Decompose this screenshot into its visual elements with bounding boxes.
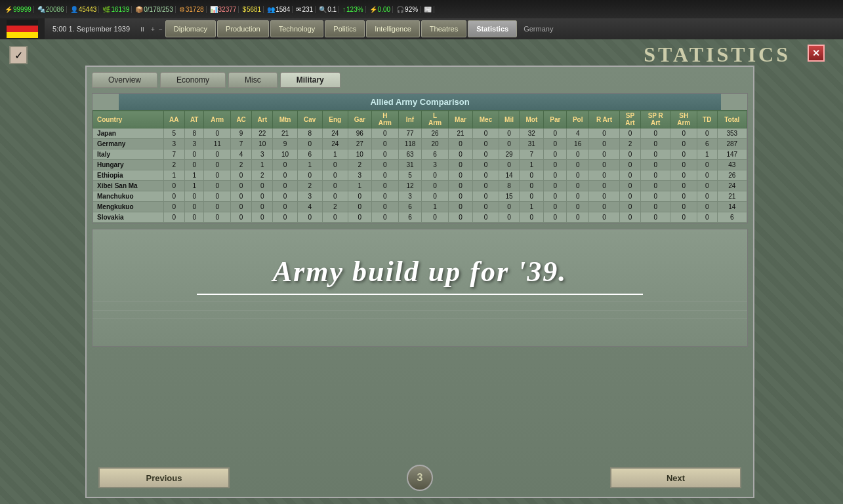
tab-overview[interactable]: Overview xyxy=(92,72,157,88)
cell-mar: 0 xyxy=(448,181,472,191)
previous-button[interactable]: Previous xyxy=(98,467,230,488)
cell-inf: 31 xyxy=(398,160,422,170)
cell-cav: 3 xyxy=(297,191,322,202)
table-header-row: Country AA AT Arm AC Art Mtn Cav Eng Gar… xyxy=(93,111,747,128)
cell-art: 1 xyxy=(252,160,273,170)
cell-sh_arm: 0 xyxy=(670,202,697,212)
ic2-icon: 📊 xyxy=(210,6,218,13)
col-rart: R Art xyxy=(589,111,620,128)
cell-aa: 1 xyxy=(163,170,184,181)
tab-intelligence[interactable]: Intelligence xyxy=(366,20,420,37)
cell-art: 0 xyxy=(252,202,273,212)
cell-sp_r_art: 0 xyxy=(641,202,670,212)
army-text-underline xyxy=(197,294,643,295)
cell-mtn: 0 xyxy=(273,202,297,212)
cell-td: 0 xyxy=(697,128,717,139)
page-indicator: 3 xyxy=(407,465,433,491)
checkbox-area[interactable]: ✓ xyxy=(9,46,28,64)
tab-statistics-label: Statistics xyxy=(476,25,508,33)
cell-mec: 0 xyxy=(473,202,499,212)
energy-icon: ⚡ xyxy=(5,6,12,13)
table-row: Xibei San Ma01000020101200080000000024 xyxy=(93,181,747,191)
tab-diplomacy[interactable]: Diplomacy xyxy=(165,20,216,37)
resource-supply: 👤 45443 xyxy=(68,6,100,13)
cell-ac: 4 xyxy=(230,149,251,160)
tab-production[interactable]: Production xyxy=(217,20,269,37)
cell-l_arm: 0 xyxy=(422,191,449,202)
cell-ac: 0 xyxy=(230,181,251,191)
cell-art: 0 xyxy=(252,191,273,202)
cell-at: 3 xyxy=(184,139,203,149)
resource-news[interactable]: 📰 xyxy=(422,6,434,13)
cell-mtn: 0 xyxy=(273,160,297,170)
cell-country: Slovakia xyxy=(93,212,164,223)
resource-money: $ 5681 xyxy=(240,6,264,13)
close-button[interactable]: ✕ xyxy=(808,45,825,62)
col-eng: Eng xyxy=(322,111,348,128)
navigation-bar: 5:00 1. September 1939 ⏸ + − Diplomacy P… xyxy=(0,18,843,39)
col-aa: AA xyxy=(163,111,184,128)
army-data-table: Country AA AT Arm AC Art Mtn Cav Eng Gar… xyxy=(93,110,747,223)
col-par: Par xyxy=(544,111,567,128)
cell-r_art: 0 xyxy=(589,160,620,170)
tab-theatres[interactable]: Theatres xyxy=(421,20,466,37)
cell-td: 0 xyxy=(697,160,717,170)
cell-pol: 0 xyxy=(567,202,589,212)
cell-cav: 6 xyxy=(297,149,322,160)
checkbox-icon: ✓ xyxy=(14,49,23,62)
manpower-icon: 🔩 xyxy=(37,6,45,13)
news-icon[interactable]: 📰 xyxy=(424,6,432,13)
cell-arm: 0 xyxy=(204,160,231,170)
pause-icon[interactable]: ⏸ xyxy=(139,26,146,33)
cell-gar: 0 xyxy=(348,212,371,223)
bottom-navigation: Previous 3 Next xyxy=(85,465,754,491)
money-icon: $ xyxy=(242,6,246,13)
cell-mtn: 0 xyxy=(273,191,297,202)
cell-l_arm: 3 xyxy=(422,160,449,170)
next-button[interactable]: Next xyxy=(610,467,741,488)
cell-l_arm: 26 xyxy=(422,128,449,139)
cell-mtn: 9 xyxy=(273,139,297,149)
tab-intelligence-label: Intelligence xyxy=(375,25,411,33)
cell-total: 353 xyxy=(717,128,747,139)
speed-down-icon[interactable]: − xyxy=(159,26,163,33)
tab-technology[interactable]: Technology xyxy=(270,20,324,37)
tab-economy-label: Economy xyxy=(176,75,209,85)
col-inf: Inf xyxy=(398,111,422,128)
cell-td: 0 xyxy=(697,191,717,202)
cell-sp_art: 0 xyxy=(619,191,640,202)
flag-area xyxy=(0,18,45,39)
cell-mec: 0 xyxy=(473,181,499,191)
tab-misc[interactable]: Misc xyxy=(228,72,278,88)
cell-at: 0 xyxy=(184,149,203,160)
inner-tab-bar: Overview Economy Misc Military xyxy=(87,67,753,88)
cell-sp_art: 0 xyxy=(619,212,640,223)
tab-military[interactable]: Military xyxy=(280,72,340,88)
col-arm: Arm xyxy=(204,111,231,128)
top-resource-bar: ⚡ 99999 🔩 20086 👤 45443 🌿 16139 📦 0/178/… xyxy=(0,0,843,18)
cell-gar: 3 xyxy=(348,170,371,181)
cell-mec: 0 xyxy=(473,170,499,181)
table-row: Germany331171090242701182000031016020062… xyxy=(93,139,747,149)
cell-mar: 0 xyxy=(448,191,472,202)
cell-mot: 7 xyxy=(520,149,544,160)
cell-inf: 63 xyxy=(398,149,422,160)
cell-h_arm: 0 xyxy=(372,139,399,149)
manpower-value: 20086 xyxy=(46,6,64,13)
cell-sh_arm: 0 xyxy=(670,181,697,191)
cell-arm: 0 xyxy=(204,128,231,139)
cell-country: Germany xyxy=(93,139,164,149)
cell-ac: 9 xyxy=(230,128,251,139)
tab-economy[interactable]: Economy xyxy=(160,72,226,88)
cell-eng: 0 xyxy=(322,212,348,223)
cell-mar: 0 xyxy=(448,212,472,223)
cell-art: 0 xyxy=(252,212,273,223)
cell-eng: 24 xyxy=(322,128,348,139)
cell-sh_arm: 0 xyxy=(670,139,697,149)
cell-mot: 1 xyxy=(520,160,544,170)
tab-politics[interactable]: Politics xyxy=(325,20,365,37)
tab-statistics[interactable]: Statistics xyxy=(468,20,517,37)
cell-r_art: 0 xyxy=(589,170,620,181)
speed-up-icon[interactable]: + xyxy=(151,26,155,33)
stability-value: 123% xyxy=(346,6,363,13)
